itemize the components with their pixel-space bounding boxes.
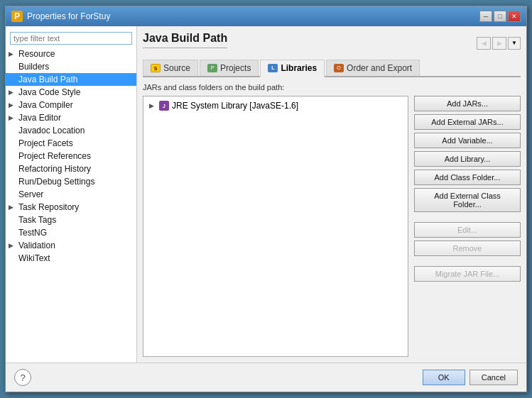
- sidebar-item-wikitext[interactable]: WikiText: [6, 252, 136, 265]
- expand-arrow: ▶: [9, 242, 16, 249]
- order-tab-icon: O: [334, 64, 344, 72]
- tree-item-label: JRE System Library [JavaSE-1.6]: [172, 101, 298, 111]
- nav-dropdown-button[interactable]: ▼: [508, 37, 521, 50]
- sidebar-item-label: Refactoring History: [18, 164, 91, 174]
- add-external-jars-button[interactable]: Add External JARs...: [414, 114, 521, 130]
- sidebar-item-label: Java Compiler: [18, 100, 73, 110]
- forward-button[interactable]: ▶: [492, 37, 506, 50]
- sidebar: ▶ Resource Builders Java Build Path ▶ Ja…: [6, 26, 137, 363]
- properties-dialog: P Properties for ForStuy ─ □ ✕ ▶ Resourc…: [5, 6, 527, 392]
- sidebar-item-label: Run/Debug Settings: [18, 177, 94, 187]
- content-row: ▶ J JRE System Library [JavaSE-1.6] Add …: [143, 96, 521, 357]
- tree-item-jre[interactable]: ▶ J JRE System Library [JavaSE-1.6]: [146, 99, 405, 112]
- sidebar-item-label: Javadoc Location: [18, 126, 85, 136]
- add-jars-button[interactable]: Add JARs...: [414, 96, 521, 111]
- tab-label: Source: [163, 63, 190, 73]
- button-separator: [414, 215, 521, 219]
- tab-label: Libraries: [281, 63, 317, 73]
- back-button[interactable]: ◀: [477, 37, 491, 50]
- sidebar-item-label: WikiText: [18, 253, 50, 263]
- tab-order-and-export[interactable]: O Order and Export: [326, 60, 420, 76]
- ok-button[interactable]: OK: [423, 370, 465, 385]
- expand-arrow: ▶: [9, 114, 16, 121]
- sidebar-item-label: Project Facets: [18, 138, 73, 148]
- expand-arrow: ▶: [9, 204, 16, 211]
- sidebar-item-label: Java Code Style: [18, 87, 80, 97]
- jre-icon: J: [159, 101, 169, 111]
- expand-arrow: ▶: [9, 50, 16, 57]
- sidebar-item-label: Builders: [18, 62, 49, 72]
- sidebar-item-run-debug-settings[interactable]: Run/Debug Settings: [6, 175, 136, 188]
- sidebar-item-label: Resource: [18, 49, 55, 59]
- help-button[interactable]: ?: [14, 369, 31, 386]
- add-variable-button[interactable]: Add Variable...: [414, 133, 521, 148]
- sidebar-item-label: Server: [18, 189, 43, 199]
- tabs: S Source P Projects L Libraries O Order …: [143, 60, 521, 77]
- sidebar-item-label: Task Repository: [18, 202, 79, 212]
- header-row: Java Build Path ◀ ▶ ▼: [143, 32, 521, 54]
- source-tab-icon: S: [151, 64, 161, 72]
- tree-panel[interactable]: ▶ J JRE System Library [JavaSE-1.6]: [143, 96, 408, 357]
- sidebar-item-java-code-style[interactable]: ▶ Java Code Style: [6, 86, 136, 99]
- buttons-panel: Add JARs... Add External JARs... Add Var…: [414, 96, 521, 357]
- sidebar-item-label: Task Tags: [18, 215, 56, 225]
- sidebar-item-javadoc-location[interactable]: Javadoc Location: [6, 124, 136, 137]
- tab-label: Projects: [220, 63, 251, 73]
- dialog-footer: ? OK Cancel: [6, 363, 526, 392]
- tab-libraries[interactable]: L Libraries: [260, 60, 325, 77]
- minimize-button[interactable]: ─: [479, 11, 492, 22]
- page-title: Java Build Path: [143, 32, 227, 48]
- title-buttons: ─ □ ✕: [479, 11, 521, 22]
- close-button[interactable]: ✕: [508, 11, 521, 22]
- migrate-jar-button[interactable]: Migrate JAR File...: [414, 266, 521, 282]
- libraries-tab-icon: L: [268, 64, 278, 72]
- sidebar-item-refactoring-history[interactable]: Refactoring History: [6, 162, 136, 175]
- tab-projects[interactable]: P Projects: [200, 60, 259, 76]
- tab-source[interactable]: S Source: [143, 60, 198, 76]
- maximize-button[interactable]: □: [494, 11, 506, 22]
- tab-label: Order and Export: [347, 63, 412, 73]
- sidebar-item-server[interactable]: Server: [6, 188, 136, 201]
- add-external-class-folder-button[interactable]: Add External Class Folder...: [414, 188, 521, 212]
- add-class-folder-button[interactable]: Add Class Folder...: [414, 170, 521, 185]
- main-content: Java Build Path ◀ ▶ ▼ S Source P Project…: [137, 26, 526, 363]
- footer-buttons: OK Cancel: [423, 370, 518, 385]
- sidebar-item-testng[interactable]: TestNG: [6, 226, 136, 239]
- nav-arrows: ◀ ▶ ▼: [477, 37, 521, 50]
- button-separator-2: [414, 259, 521, 263]
- expand-arrow: ▶: [9, 101, 16, 109]
- sidebar-item-validation[interactable]: ▶ Validation: [6, 239, 136, 252]
- sidebar-item-label: Validation: [18, 241, 55, 250]
- dialog-title: Properties for ForStuy: [27, 11, 110, 21]
- sidebar-item-task-repository[interactable]: ▶ Task Repository: [6, 201, 136, 214]
- sidebar-item-label: TestNG: [18, 228, 47, 238]
- title-bar-left: P Properties for ForStuy: [11, 11, 110, 22]
- filter-input[interactable]: [10, 32, 132, 45]
- add-library-button[interactable]: Add Library...: [414, 151, 521, 167]
- sidebar-item-java-build-path[interactable]: Java Build Path: [6, 73, 136, 86]
- expand-arrow: ▶: [9, 89, 16, 96]
- sidebar-item-task-tags[interactable]: Task Tags: [6, 214, 136, 226]
- dialog-body: ▶ Resource Builders Java Build Path ▶ Ja…: [6, 26, 526, 363]
- sidebar-item-builders[interactable]: Builders: [6, 60, 136, 73]
- content-area: JARs and class folders on the build path…: [143, 83, 521, 357]
- sidebar-item-label: Java Build Path: [18, 74, 77, 84]
- sidebar-item-label: Project References: [18, 151, 91, 161]
- sidebar-item-java-editor[interactable]: ▶ Java Editor: [6, 111, 136, 124]
- sidebar-item-java-compiler[interactable]: ▶ Java Compiler: [6, 99, 136, 111]
- sidebar-item-label: Java Editor: [18, 113, 61, 123]
- cancel-button[interactable]: Cancel: [469, 370, 518, 385]
- projects-tab-icon: P: [207, 64, 217, 72]
- sidebar-item-resource[interactable]: ▶ Resource: [6, 48, 136, 60]
- tree-expand-icon: ▶: [149, 102, 156, 109]
- content-description: JARs and class folders on the build path…: [143, 83, 521, 92]
- edit-button[interactable]: Edit...: [414, 222, 521, 238]
- sidebar-item-project-references[interactable]: Project References: [6, 150, 136, 162]
- dialog-icon: P: [11, 11, 23, 22]
- sidebar-item-project-facets[interactable]: Project Facets: [6, 137, 136, 150]
- remove-button[interactable]: Remove: [414, 241, 521, 256]
- title-bar: P Properties for ForStuy ─ □ ✕: [6, 6, 526, 26]
